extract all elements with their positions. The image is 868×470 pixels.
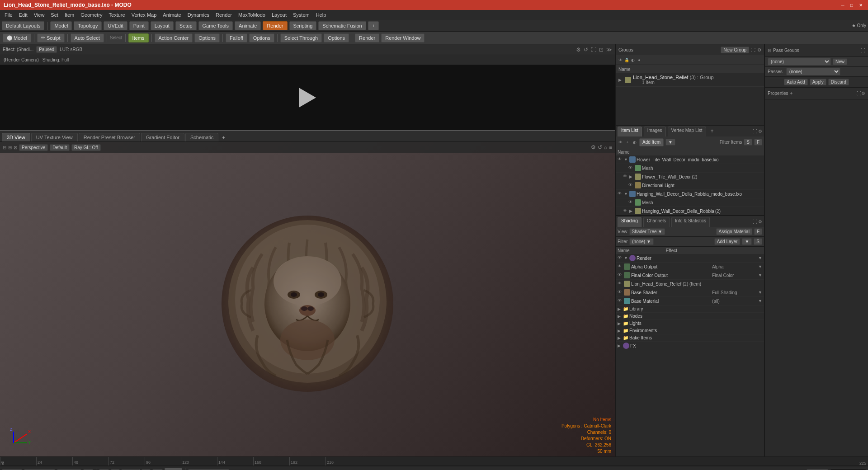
preview-expand-icon[interactable]: ≫: [606, 47, 612, 53]
shade-row-alpha[interactable]: 👁 Alpha Output Alpha ▼: [616, 263, 764, 271]
shade-row-nodes[interactable]: ▶ 📁 Nodes: [616, 313, 764, 320]
item-row-flower-scene[interactable]: 👁 ▼ Flower_Tile_Wall_Decor_modo_base.lxo: [616, 155, 764, 164]
options2-button[interactable]: Options: [249, 33, 274, 42]
mode-schematic[interactable]: Schematic Fusion: [318, 21, 366, 30]
shade-row-fx[interactable]: ▶ FX: [616, 342, 764, 350]
mode-gametools[interactable]: Game Tools: [198, 21, 233, 30]
tab-channels[interactable]: Channels: [643, 217, 670, 227]
eye-icon[interactable]: 👁: [623, 174, 628, 179]
mode-layout[interactable]: Layout: [151, 21, 174, 30]
apply-button[interactable]: Apply: [810, 79, 826, 85]
shade-row-baseshader[interactable]: 👁 Base Shader Full Shading ▼: [616, 288, 764, 297]
itemlist-settings-icon[interactable]: ⚙: [758, 129, 762, 134]
layout-dropdown[interactable]: Default Layouts: [2, 21, 44, 30]
mode-setup[interactable]: Setup: [175, 21, 197, 30]
eye-icon[interactable]: 👁: [628, 200, 634, 205]
model-mode-button[interactable]: ⬤ Model: [3, 33, 31, 42]
add-layer-arrow[interactable]: ▼: [742, 238, 752, 245]
menu-dynamics[interactable]: Dynamics: [185, 11, 212, 19]
assign-f-button[interactable]: F: [754, 228, 762, 235]
expand-arrow[interactable]: ▶: [629, 209, 634, 213]
render-button[interactable]: Render: [355, 33, 379, 42]
filter-S-button[interactable]: S: [744, 139, 752, 146]
assign-material-button[interactable]: Assign Material: [716, 228, 752, 235]
groups-dot-btn[interactable]: ●: [637, 57, 642, 63]
options3-button[interactable]: Options: [324, 33, 349, 42]
menu-vertexmap[interactable]: Vertex Map: [129, 11, 160, 19]
filter-S2-button[interactable]: S: [754, 238, 762, 245]
expand-arrow[interactable]: ▶: [629, 174, 634, 179]
menu-system[interactable]: System: [290, 11, 312, 19]
item-row-hanging-group[interactable]: 👁 ▶ Hanging_Wall_Decor_Della_Robbia (2): [616, 207, 764, 215]
mode-uvedit[interactable]: UVEdit: [104, 21, 127, 30]
eye-icon[interactable]: 👁: [618, 255, 623, 261]
shade-row-environments[interactable]: ▶ 📁 Environments: [616, 327, 764, 334]
eye-icon[interactable]: 👁: [618, 298, 623, 304]
shade-row-library[interactable]: ▶ 📁 Library: [616, 306, 764, 313]
groups-expand-icon[interactable]: ⛶: [751, 47, 755, 52]
eye-icon[interactable]: 👁: [618, 290, 623, 295]
viewport-icon2[interactable]: ⊞: [8, 145, 12, 150]
tab-schematic[interactable]: Schematic: [185, 133, 218, 141]
expand-arrow[interactable]: ▶: [618, 307, 622, 311]
viewport-expand-icon[interactable]: ⊟: [3, 145, 6, 150]
expand-arrow[interactable]: ▼: [624, 192, 628, 196]
discard-button[interactable]: Discard: [828, 79, 849, 85]
expand-arrow[interactable]: ▶: [618, 343, 622, 348]
expand-arrow[interactable]: ▶: [618, 321, 622, 326]
select-through-button[interactable]: Select Through: [280, 33, 322, 42]
groups-eye-btn[interactable]: 👁: [618, 57, 623, 63]
tab-gradienteditor[interactable]: Gradient Editor: [141, 133, 184, 141]
viewport-settings-icon[interactable]: ≡: [609, 144, 612, 150]
perspective-dropdown[interactable]: Perspective: [19, 144, 48, 151]
preview-refresh-icon[interactable]: ↺: [584, 47, 588, 53]
item-row-hanging-scene[interactable]: 👁 ▼ Hanging_Wall_Decor_Della_Robbia_modo…: [616, 190, 764, 198]
menu-layout[interactable]: Layout: [269, 11, 289, 19]
add-view-tab-button[interactable]: +: [219, 133, 227, 141]
items-button[interactable]: Items: [128, 33, 149, 42]
mode-animate[interactable]: Animate: [235, 21, 261, 30]
preview-paused-button[interactable]: Paused: [36, 46, 57, 53]
tab-uvtexture[interactable]: UV Texture View: [31, 133, 78, 141]
viewport-search-icon[interactable]: ⌕: [604, 144, 607, 150]
menu-set[interactable]: Set: [48, 11, 61, 19]
shade-row-basemat[interactable]: 👁 Base Material (all) ▼: [616, 297, 764, 306]
shade-row-lionitem[interactable]: 👁 Lion_Head_Stone_Relief (2) (Item): [616, 280, 764, 288]
preview-settings-icon[interactable]: ⚙: [576, 47, 581, 53]
props-add-icon[interactable]: +: [790, 91, 793, 96]
itemlist-expand-icon[interactable]: ⛶: [753, 129, 757, 134]
falloff-button[interactable]: Falloff: [226, 33, 247, 42]
eye-icon[interactable]: 👁: [628, 183, 634, 188]
item-row-mesh2[interactable]: 👁 Mesh: [616, 198, 764, 207]
menu-help[interactable]: Help: [313, 11, 329, 19]
shader-tree-dropdown[interactable]: Shader Tree ▼: [629, 228, 665, 235]
menu-texture[interactable]: Texture: [106, 11, 128, 19]
preview-content[interactable]: [0, 65, 615, 130]
preview-zoom-icon[interactable]: ⛶: [591, 47, 596, 53]
props-collapse-icon[interactable]: ⊟: [768, 48, 771, 53]
minimize-button[interactable]: ─: [839, 1, 846, 9]
expand-arrow[interactable]: ▼: [624, 157, 628, 162]
shading-expand-icon[interactable]: ⛶: [753, 219, 757, 224]
eye-icon[interactable]: 👁: [628, 165, 634, 171]
menu-maxtomodo[interactable]: MaxToModo: [236, 11, 268, 19]
mode-scripting[interactable]: Scripting: [289, 21, 317, 30]
eye-icon[interactable]: 👁: [623, 208, 628, 214]
menu-view[interactable]: View: [31, 11, 47, 19]
default-btn[interactable]: Default: [50, 144, 70, 151]
preview-fit-icon[interactable]: ⊡: [599, 47, 604, 53]
viewport-refresh-icon[interactable]: ↺: [598, 144, 602, 150]
preview-play-button[interactable]: [296, 86, 319, 109]
new-passgroup-button[interactable]: New: [833, 58, 847, 65]
tab-itemlist[interactable]: Item List: [618, 127, 642, 136]
itemlist-add-btn[interactable]: +: [625, 140, 630, 145]
eye-icon[interactable]: 👁: [618, 191, 623, 197]
options1-button[interactable]: Options: [194, 33, 220, 42]
tab-3dview[interactable]: 3D View: [2, 133, 30, 141]
render-window-button[interactable]: Render Window: [381, 33, 425, 42]
tab-renderbrowser[interactable]: Render Preset Browser: [79, 133, 140, 141]
itemlist-filter-btn[interactable]: ◐: [632, 140, 637, 145]
shading-settings-icon[interactable]: ⚙: [758, 219, 762, 224]
mode-topology[interactable]: Topology: [74, 21, 102, 30]
action-center-button[interactable]: Action Center: [155, 33, 193, 42]
